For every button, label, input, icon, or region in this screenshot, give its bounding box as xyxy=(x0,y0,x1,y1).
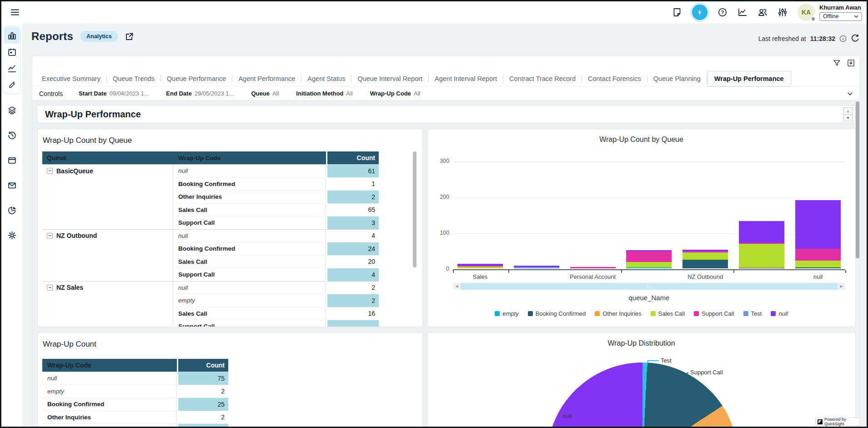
bar-segment[interactable] xyxy=(739,221,784,243)
sidebar-item-flows[interactable] xyxy=(4,102,20,118)
sidebar-item-history[interactable] xyxy=(4,127,20,143)
table-row: Sales Call106 xyxy=(42,423,228,427)
collapse-group-icon[interactable]: − xyxy=(47,233,53,239)
sidebar-item-schedule[interactable] xyxy=(4,44,20,60)
quicksight-badge[interactable]: Powered by QuickSight xyxy=(815,418,859,426)
tab-queue-performance[interactable]: Queue Performance xyxy=(161,75,232,82)
sidebar-item-metrics[interactable] xyxy=(4,60,20,76)
download-icon[interactable] xyxy=(847,59,855,67)
stacked-bar-sales[interactable] xyxy=(457,264,503,268)
column-header-count[interactable]: Count xyxy=(178,359,228,372)
count-cell: 3 xyxy=(327,216,379,229)
bar-segment[interactable] xyxy=(795,200,841,249)
table-scrollbar-thumb[interactable] xyxy=(413,151,416,267)
external-link-icon[interactable] xyxy=(125,32,134,41)
sidebar-item-reports[interactable] xyxy=(4,27,20,44)
collapse-group-icon[interactable]: − xyxy=(47,285,53,291)
chart-zoom-scrollbar: ◀ ▶ xyxy=(453,283,845,290)
contacts-icon[interactable] xyxy=(758,7,768,17)
filter-label: Queue xyxy=(251,90,269,97)
notes-icon[interactable] xyxy=(672,7,682,17)
wrapup-code-cell: Sales Call xyxy=(173,255,326,268)
bar-segment[interactable] xyxy=(682,260,728,268)
tab-agent-status[interactable]: Agent Status xyxy=(301,75,351,82)
help-icon[interactable]: ? xyxy=(717,7,728,17)
column-header-wrapup-code[interactable]: Wrap-Up Code xyxy=(42,359,177,372)
sidebar-item-designer[interactable] xyxy=(4,76,20,93)
legend-item-empty[interactable]: empty xyxy=(495,310,518,317)
count-cell xyxy=(327,320,379,327)
tab-wrap-up-performance[interactable]: Wrap-Up Performance xyxy=(707,71,791,86)
tab-queue-planning[interactable]: Queue Planning xyxy=(647,75,707,82)
controls-collapse-icon[interactable] xyxy=(847,91,853,97)
scroll-left-arrow[interactable]: ◀ xyxy=(453,283,461,290)
tab-queue-trends[interactable]: Queue Trends xyxy=(107,75,161,82)
filter-queue[interactable]: QueueAll xyxy=(251,90,279,97)
sidebar-item-dashboards[interactable] xyxy=(4,202,20,218)
filter-initiation-method[interactable]: Initiation MethodAll xyxy=(296,90,352,97)
info-icon[interactable] xyxy=(839,35,847,42)
status-select[interactable]: Offline xyxy=(819,12,862,21)
bar-segment[interactable] xyxy=(795,267,841,268)
sidebar-item-settings[interactable] xyxy=(4,227,20,243)
legend-item-booking-confirmed[interactable]: Booking Confirmed xyxy=(528,310,586,317)
scroll-up-button[interactable]: ▲ xyxy=(843,108,853,115)
legend-item-other-inquiries[interactable]: Other Inquiries xyxy=(595,310,641,317)
legend-item-test[interactable]: Test xyxy=(743,310,762,317)
bar-segment[interactable] xyxy=(682,252,728,260)
scroll-right-arrow[interactable]: ▶ xyxy=(838,283,845,290)
refresh-icon[interactable] xyxy=(851,34,859,43)
bar-segment[interactable] xyxy=(626,267,672,268)
wrapup-code-cell: Other Inquiries xyxy=(42,411,177,424)
filter-wrap-up-code[interactable]: Wrap-Up CodeAll xyxy=(370,90,421,97)
tab-agent-performance[interactable]: Agent Performance xyxy=(232,75,301,82)
stacked-bar-personal-account[interactable] xyxy=(570,267,616,268)
tab-contact-forensics[interactable]: Contact Forensics xyxy=(582,75,647,82)
stacked-bar-nz-outbound[interactable] xyxy=(682,250,728,268)
scroll-down-button[interactable]: ▼ xyxy=(843,115,853,121)
stacked-bar[interactable] xyxy=(626,250,672,268)
filter-icon[interactable] xyxy=(833,59,841,67)
tab-executive-summary[interactable]: Executive Summary xyxy=(36,75,106,82)
bar-segment[interactable] xyxy=(626,251,672,262)
x-axis-tick xyxy=(733,270,734,273)
chart-legend: emptyBooking ConfirmedOther InquiriesSal… xyxy=(427,310,855,317)
legend-item-sales-call[interactable]: Sales Call xyxy=(651,310,685,317)
sidebar-item-mail[interactable] xyxy=(4,177,20,193)
sidebar-item-workspace[interactable] xyxy=(4,152,20,168)
tab-agent-interval-report[interactable]: Agent Interval Report xyxy=(429,75,503,82)
x-tick-label: NZ Outbound xyxy=(687,273,723,280)
stacked-bar[interactable] xyxy=(514,266,559,268)
bar-segment[interactable] xyxy=(739,268,784,268)
filter-end-date[interactable]: End Date29/05/2023 1... xyxy=(166,90,234,97)
tab-contract-trace-record[interactable]: Contract Trace Record xyxy=(503,75,582,82)
bar-segment[interactable] xyxy=(795,261,841,268)
dashboard-scrollbar-thumb[interactable] xyxy=(856,101,859,258)
column-header-queue[interactable]: Queue xyxy=(42,151,173,164)
tab-queue-interval-report[interactable]: Queue Interval Report xyxy=(351,75,428,82)
collapse-group-icon[interactable]: − xyxy=(47,168,53,174)
column-header-wrapup-code[interactable]: Wrap-Up Code xyxy=(173,151,326,164)
filter-value: 29/05/2023 1... xyxy=(195,90,234,97)
legend-item-support-call[interactable]: Support Call xyxy=(694,310,734,317)
avatar[interactable]: KA xyxy=(798,4,815,21)
stacked-bar-null[interactable] xyxy=(795,200,841,268)
bar-segment[interactable] xyxy=(795,249,841,260)
bar-segment[interactable] xyxy=(739,244,784,267)
count-cell: 2 xyxy=(327,294,379,307)
legend-item-null[interactable]: null xyxy=(771,310,788,317)
bar-segment[interactable] xyxy=(626,262,672,268)
filter-start-date[interactable]: Start Date09/04/2023 1... xyxy=(79,90,149,97)
zoom-scrollbar-track[interactable] xyxy=(461,283,838,290)
column-header-count[interactable]: Count xyxy=(327,151,379,164)
bar-segment[interactable] xyxy=(457,267,503,268)
metrics-icon[interactable] xyxy=(738,7,748,17)
settings-sliders-icon[interactable] xyxy=(778,7,788,17)
menu-icon[interactable] xyxy=(10,7,20,17)
bar-segment[interactable] xyxy=(514,267,559,268)
bar-segment[interactable] xyxy=(570,267,616,268)
queue-cell xyxy=(42,203,173,217)
quick-actions-icon[interactable] xyxy=(692,5,707,20)
stacked-bar[interactable] xyxy=(739,221,784,268)
table-row: Support Call3 xyxy=(42,216,379,229)
